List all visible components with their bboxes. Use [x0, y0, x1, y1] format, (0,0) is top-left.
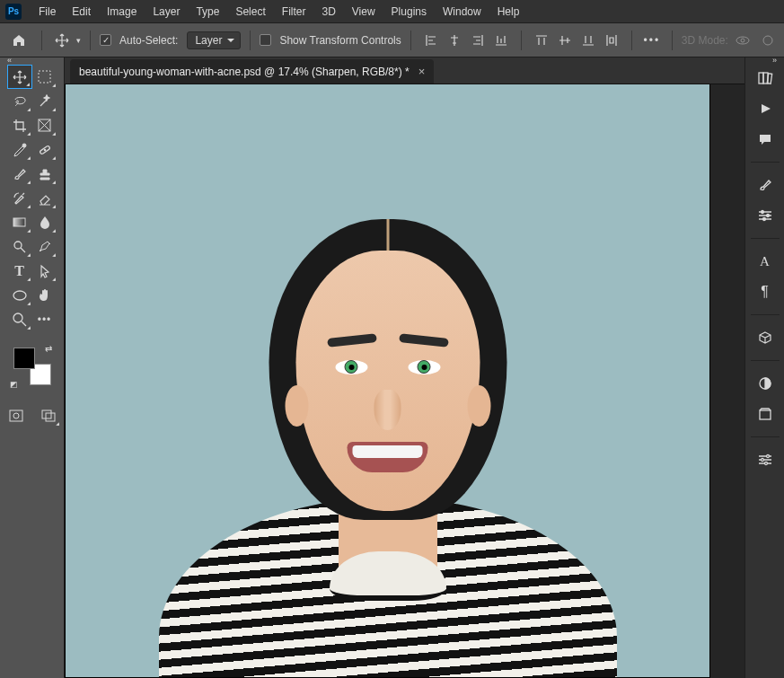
dodge-tool[interactable]	[7, 234, 32, 259]
svg-rect-14	[42, 410, 51, 418]
more-icon: •••	[643, 34, 660, 47]
collapse-panels-button[interactable]: »	[769, 56, 780, 65]
crop-tool[interactable]	[7, 113, 32, 137]
path-select-tool[interactable]	[32, 259, 57, 283]
character-panel-button[interactable]: A	[752, 248, 779, 275]
menu-file[interactable]: File	[31, 4, 64, 20]
svg-rect-16	[759, 73, 763, 84]
svg-point-5	[22, 144, 26, 147]
document-canvas[interactable]	[66, 84, 709, 677]
svg-point-21	[762, 218, 765, 221]
menu-window[interactable]: Window	[435, 4, 489, 20]
clone-stamp-tool[interactable]	[32, 162, 57, 186]
menu-type[interactable]: Type	[188, 4, 227, 20]
screen-mode-button[interactable]	[36, 403, 61, 427]
lasso-icon	[13, 94, 27, 109]
default-colors-icon[interactable]: ◩	[10, 380, 18, 389]
healing-tool[interactable]	[32, 137, 57, 162]
more-options-button[interactable]: •••	[641, 30, 663, 51]
portrait-brow-left	[327, 333, 377, 348]
portrait-mouth	[348, 442, 428, 472]
auto-select-checkbox[interactable]	[100, 34, 111, 46]
menu-help[interactable]: Help	[489, 4, 528, 20]
pen-tool[interactable]	[32, 234, 57, 259]
3d-panel-button[interactable]	[752, 324, 779, 351]
svg-point-11	[13, 313, 22, 322]
paragraph-panel-button[interactable]: ¶	[752, 278, 779, 305]
distribute-top-button[interactable]	[531, 30, 552, 51]
properties-panel-button[interactable]	[752, 446, 779, 473]
distribute-vcenter-button[interactable]	[554, 30, 576, 51]
zoom-tool[interactable]	[7, 307, 32, 331]
type-tool[interactable]: T	[7, 259, 32, 283]
auto-select-dropdown[interactable]: Layer	[187, 31, 241, 49]
actions-panel-button[interactable]	[752, 95, 779, 122]
tools-panel: «	[0, 57, 65, 678]
align-bottom-button[interactable]	[490, 30, 512, 51]
blur-tool[interactable]	[32, 210, 57, 234]
menu-select[interactable]: Select	[227, 4, 273, 20]
stamp-icon	[38, 167, 52, 181]
show-transform-label: Show Transform Controls	[279, 34, 401, 47]
marquee-tool[interactable]	[32, 65, 57, 89]
menu-view[interactable]: View	[344, 4, 383, 20]
menu-layer[interactable]: Layer	[145, 4, 188, 20]
edit-toolbar-button[interactable]: •••	[32, 307, 57, 331]
canvas-viewport[interactable]	[65, 84, 744, 678]
chevron-down-icon[interactable]: ▾	[76, 36, 81, 45]
move-tool-indicator[interactable]	[51, 30, 73, 51]
menu-image[interactable]: Image	[99, 4, 145, 20]
move-tool[interactable]	[7, 65, 32, 89]
show-transform-checkbox[interactable]	[260, 34, 271, 46]
type-icon: T	[14, 263, 24, 279]
collapse-tools-button[interactable]: «	[4, 56, 15, 65]
3d-orbit-button[interactable]	[732, 30, 753, 51]
swap-colors-icon[interactable]: ⇄	[45, 344, 52, 354]
learn-panel-button[interactable]	[752, 65, 779, 92]
align-center-h-button[interactable]	[444, 30, 465, 51]
options-bar: ▾ Auto-Select: Layer Show Transform Cont…	[0, 23, 784, 57]
bandage-icon	[38, 143, 52, 157]
channels-panel-button[interactable]	[752, 370, 779, 397]
adjustments-panel-button[interactable]	[752, 202, 779, 229]
brushes-panel-button[interactable]	[752, 172, 779, 198]
svg-point-20	[766, 215, 769, 217]
3d-pan-button[interactable]	[757, 30, 779, 51]
home-button[interactable]	[5, 29, 32, 52]
distribute-bottom-button[interactable]	[577, 30, 599, 51]
shape-tool[interactable]	[7, 283, 32, 307]
app-logo: Ps	[5, 4, 22, 20]
lasso-tool[interactable]	[7, 89, 32, 113]
half-circle-icon	[758, 376, 772, 391]
menu-plugins[interactable]: Plugins	[383, 4, 435, 20]
foreground-color[interactable]	[13, 348, 35, 369]
distribute-h-button[interactable]	[601, 30, 622, 51]
align-left-button[interactable]	[420, 30, 442, 51]
libraries-panel-button[interactable]	[752, 401, 779, 427]
hand-tool[interactable]	[32, 283, 57, 307]
menu-edit[interactable]: Edit	[64, 4, 99, 20]
frame-tool[interactable]	[32, 113, 57, 137]
align-right-button[interactable]	[467, 30, 489, 51]
svg-point-13	[13, 413, 19, 418]
eyedropper-tool[interactable]	[7, 137, 32, 162]
quick-select-tool[interactable]	[32, 89, 57, 113]
color-swatches[interactable]: ⇄ ◩	[13, 348, 51, 385]
quick-mask-button[interactable]	[4, 403, 29, 427]
svg-rect-15	[46, 413, 55, 421]
brush-tool[interactable]	[7, 162, 32, 186]
right-panels: » A ¶	[744, 57, 784, 678]
marquee-icon	[38, 70, 51, 84]
comments-panel-button[interactable]	[752, 126, 779, 153]
portrait-brow-right	[399, 333, 449, 348]
history-brush-icon	[13, 191, 27, 206]
eraser-tool[interactable]	[32, 186, 57, 210]
learn-icon	[757, 71, 773, 85]
gradient-tool[interactable]	[7, 210, 32, 234]
screen-mode-icon	[41, 409, 56, 422]
history-brush-tool[interactable]	[7, 186, 32, 210]
menu-filter[interactable]: Filter	[274, 4, 314, 20]
document-tab[interactable]: beautiful-young-woman-with-acne.psd @ 17…	[70, 59, 434, 84]
close-tab-button[interactable]: ×	[418, 65, 426, 78]
menu-3d[interactable]: 3D	[313, 4, 343, 20]
